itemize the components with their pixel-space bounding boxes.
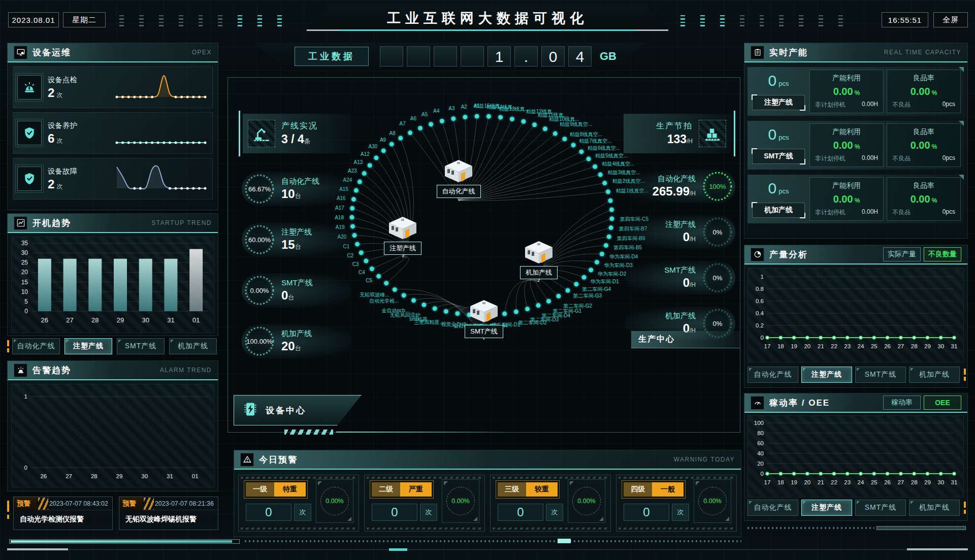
- ring-node-dot[interactable]: [510, 117, 514, 121]
- ring-node-dot[interactable]: [376, 274, 381, 279]
- ring-node-dot[interactable]: [574, 282, 578, 286]
- ring-node-dot[interactable]: [556, 294, 561, 299]
- ring-node-dot[interactable]: [444, 309, 448, 314]
- ring-node-dot[interactable]: [486, 114, 491, 119]
- ring-node-dot[interactable]: [598, 173, 603, 177]
- line-tab[interactable]: SMT产线: [855, 500, 906, 516]
- ring-node-dot[interactable]: [368, 163, 372, 168]
- ring-node-dot[interactable]: [609, 216, 614, 221]
- bar-31[interactable]: [164, 259, 177, 311]
- node-label[interactable]: 机加产线: [520, 266, 558, 279]
- ring-node-dot[interactable]: [359, 250, 364, 255]
- ring-node-dot[interactable]: [579, 149, 584, 154]
- ring-node-dot[interactable]: [384, 281, 388, 285]
- network-node-machining-line[interactable]: 机加产线: [509, 240, 569, 279]
- bar-28[interactable]: [88, 259, 102, 311]
- ring-node-dot[interactable]: [589, 268, 593, 272]
- ring-node-dot[interactable]: [393, 287, 397, 292]
- production-center-button[interactable]: 生产中心: [631, 331, 740, 348]
- fullscreen-button[interactable]: 全屏: [933, 12, 968, 27]
- ring-node-dot[interactable]: [566, 288, 570, 293]
- line-tab[interactable]: 机加产线: [909, 367, 960, 383]
- alert-card[interactable]: 预警2023-07-07 08:43:02自动光学检测仪报警: [13, 497, 113, 530]
- ring-node-dot[interactable]: [543, 126, 547, 131]
- ring-node-dot[interactable]: [418, 126, 422, 130]
- ring-node-dot[interactable]: [362, 171, 367, 176]
- capacity-line-button[interactable]: 注塑产线: [752, 95, 805, 110]
- ring-node-dot[interactable]: [355, 242, 360, 246]
- ring-node-dot[interactable]: [429, 122, 433, 126]
- line-tab[interactable]: 自动化产线: [748, 500, 798, 516]
- ring-node-dot[interactable]: [571, 143, 576, 147]
- ring-node-dot[interactable]: [536, 303, 541, 308]
- ring-node-dot[interactable]: [553, 131, 558, 136]
- ring-node-dot[interactable]: [398, 136, 403, 141]
- node-label[interactable]: SMT产线: [465, 325, 503, 338]
- rail-slider-handle[interactable]: [558, 539, 571, 543]
- line-tab[interactable]: 机加产线: [169, 338, 217, 354]
- toggle-button[interactable]: OEE: [924, 396, 961, 410]
- ring-node-dot[interactable]: [352, 233, 357, 238]
- ring-node-dot[interactable]: [374, 155, 378, 160]
- ring-node-dot[interactable]: [381, 148, 386, 153]
- ring-node-dot[interactable]: [582, 275, 587, 280]
- ring-node-dot[interactable]: [525, 307, 530, 311]
- ring-node-dot[interactable]: [354, 188, 359, 193]
- toggle-button[interactable]: 稼动率: [883, 396, 921, 410]
- ring-node-dot[interactable]: [604, 243, 608, 248]
- line-tab[interactable]: 注塑产线: [64, 338, 112, 354]
- ring-node-dot[interactable]: [546, 299, 551, 304]
- ring-node-dot[interactable]: [408, 130, 412, 135]
- ring-node-dot[interactable]: [498, 115, 503, 120]
- ring-node-dot[interactable]: [608, 199, 613, 203]
- ring-node-dot[interactable]: [609, 208, 614, 212]
- toggle-button[interactable]: 不良数量: [924, 247, 961, 261]
- ring-node-dot[interactable]: [595, 260, 599, 265]
- capacity-line-button[interactable]: 机加产线: [752, 203, 805, 218]
- line-tab[interactable]: 自动化产线: [748, 367, 798, 383]
- line-tab[interactable]: 注塑产线: [801, 500, 852, 516]
- line-tab[interactable]: 机加产线: [909, 500, 960, 516]
- ring-node-dot[interactable]: [606, 189, 610, 194]
- ring-node-dot[interactable]: [370, 267, 374, 271]
- network-node-smt-line[interactable]: SMT产线: [454, 299, 514, 338]
- ring-node-dot[interactable]: [600, 252, 604, 256]
- bar-26[interactable]: [38, 259, 51, 311]
- bar-01[interactable]: [189, 249, 203, 311]
- ring-node-dot[interactable]: [514, 310, 518, 314]
- ring-node-dot[interactable]: [587, 157, 591, 161]
- ring-node-dot[interactable]: [421, 303, 426, 307]
- line-tab[interactable]: SMT产线: [855, 367, 906, 383]
- ring-node-dot[interactable]: [440, 119, 444, 123]
- ring-node-dot[interactable]: [364, 259, 368, 263]
- alert-card[interactable]: 预警2023-07-07 08:21:36无铅双波峰焊锡机报警: [119, 497, 218, 530]
- line-tab[interactable]: 自动化产线: [12, 338, 60, 354]
- network-node-injection-line[interactable]: 注塑产线: [373, 216, 433, 255]
- ring-node-dot[interactable]: [593, 164, 597, 169]
- line-tab[interactable]: SMT产线: [117, 338, 165, 354]
- rail-solid-right[interactable]: [876, 526, 966, 530]
- ring-node-dot[interactable]: [463, 115, 467, 119]
- ring-node-dot[interactable]: [389, 142, 394, 146]
- ring-node-dot[interactable]: [607, 235, 611, 239]
- toggle-button[interactable]: 实际产量: [883, 247, 921, 261]
- capacity-line-button[interactable]: SMT产线: [752, 149, 805, 164]
- network-node-automation-line[interactable]: 自动化产线: [429, 159, 489, 198]
- ring-node-dot[interactable]: [351, 197, 356, 202]
- ring-node-dot[interactable]: [358, 180, 362, 184]
- node-label[interactable]: 自动化产线: [437, 185, 481, 198]
- bar-30[interactable]: [139, 259, 152, 311]
- ring-node-dot[interactable]: [521, 119, 526, 124]
- ring-node-dot[interactable]: [402, 293, 406, 298]
- ring-node-dot[interactable]: [475, 114, 479, 119]
- bar-29[interactable]: [114, 259, 127, 311]
- ring-node-dot[interactable]: [609, 225, 613, 230]
- ring-node-dot[interactable]: [451, 116, 456, 121]
- ring-node-dot[interactable]: [532, 122, 537, 127]
- bar-27[interactable]: [63, 259, 77, 311]
- node-label[interactable]: 注塑产线: [384, 242, 421, 255]
- line-tab[interactable]: 注塑产线: [801, 367, 852, 383]
- ring-node-dot[interactable]: [433, 306, 437, 311]
- ring-node-dot[interactable]: [562, 137, 567, 141]
- ring-node-dot[interactable]: [602, 181, 607, 185]
